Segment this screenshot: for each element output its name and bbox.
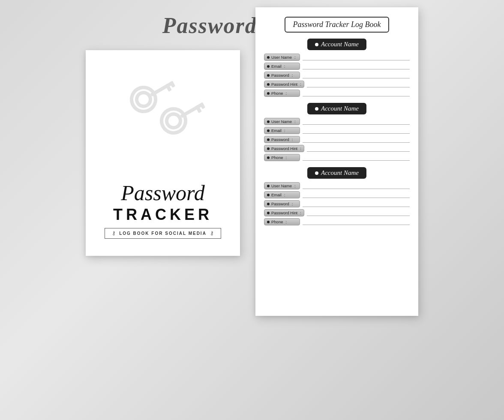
colon-3: : [292, 73, 293, 78]
colon-8: : [292, 137, 293, 142]
field-line-phone-1 [303, 90, 410, 96]
key-icon-left: ⚷ [112, 230, 116, 237]
field-label-password-1: Password : [264, 72, 300, 79]
svg-point-1 [134, 90, 153, 109]
account-section-2: Account Name User Name : Email : [264, 103, 410, 161]
field-label-password-3: Password : [264, 200, 300, 207]
field-label-username-2: User Name : [264, 118, 300, 125]
cover-tagline-box: ⚷ LOG BOOK FOR SOCIAL MEDIA ⚷ [105, 228, 221, 239]
field-text-email-3: Email [271, 192, 282, 197]
field-label-hint-3: Password Hint : [264, 209, 304, 216]
right-book-log: Password Tracker Log Book Account Name U… [255, 7, 418, 316]
field-row-password-2: Password : [264, 136, 410, 143]
field-dot-10 [267, 156, 270, 159]
field-label-phone-3: Phone : [264, 218, 300, 225]
books-container: Password TRACKER ⚷ LOG BOOK FOR SOCIAL M… [86, 50, 418, 316]
field-row-hint-2: Password Hint : [264, 145, 410, 152]
field-text-phone-3: Phone [271, 219, 283, 224]
svg-point-0 [127, 83, 160, 116]
field-line-username-2 [303, 119, 410, 125]
account-name-label-3: Account Name [321, 169, 359, 177]
field-line-email-2 [303, 128, 410, 134]
field-row-phone-1: Phone : [264, 90, 410, 97]
badge-dot-1 [315, 43, 318, 46]
field-row-username-1: User Name : [264, 54, 410, 61]
field-dot-5 [267, 92, 270, 95]
log-title-box: Password Tracker Log Book [285, 17, 390, 33]
field-label-email-3: Email : [264, 191, 300, 198]
svg-point-5 [157, 105, 190, 137]
log-title-text: Password Tracker Log Book [293, 20, 381, 29]
cover-password-text: Password [105, 181, 221, 205]
colon-10: : [285, 155, 287, 160]
account-name-label-1: Account Name [321, 41, 359, 48]
field-text-phone-2: Phone [271, 155, 283, 160]
colon-6: : [294, 119, 296, 124]
field-label-password-2: Password : [264, 136, 300, 143]
colon-2: : [284, 64, 285, 69]
cover-text-area: Password TRACKER ⚷ LOG BOOK FOR SOCIAL M… [105, 181, 221, 239]
field-text-password-2: Password [271, 137, 289, 142]
account-name-badge-2: Account Name [307, 103, 366, 114]
field-row-password-1: Password : [264, 72, 410, 79]
field-line-username-1 [303, 54, 410, 60]
field-dot-8 [267, 138, 270, 141]
field-dot-7 [267, 129, 270, 132]
field-dot-3 [267, 74, 270, 77]
colon-13: : [292, 201, 293, 206]
colon-14: : [300, 210, 301, 215]
field-dot-11 [267, 185, 270, 187]
field-line-hint-2 [307, 146, 410, 152]
badge-dot-3 [315, 171, 318, 175]
field-row-username-3: User Name : [264, 182, 410, 189]
field-row-hint-1: Password Hint : [264, 81, 410, 88]
field-text-hint-2: Password Hint [271, 146, 297, 151]
field-dot-14 [267, 212, 270, 214]
colon-5: : [285, 91, 287, 96]
field-text-username-3: User Name [271, 183, 292, 188]
field-text-hint-1: Password Hint [271, 82, 297, 87]
field-line-phone-3 [303, 219, 410, 225]
field-line-username-3 [303, 183, 410, 189]
field-label-phone-1: Phone : [264, 90, 300, 97]
field-line-email-3 [303, 192, 410, 198]
field-line-password-3 [303, 201, 410, 207]
account-name-badge-1: Account Name [307, 39, 366, 50]
badge-dot-2 [315, 107, 318, 111]
account-section-3: Account Name User Name : Email : [264, 167, 410, 225]
field-dot-12 [267, 194, 270, 196]
field-line-phone-2 [303, 155, 410, 161]
field-text-password-1: Password [271, 73, 289, 78]
fields-grid-1: User Name : Email : Pass [264, 54, 410, 97]
field-dot-15 [267, 221, 270, 223]
field-text-hint-3: Password Hint [271, 210, 297, 215]
field-text-email-2: Email [271, 128, 282, 133]
field-dot-6 [267, 120, 270, 123]
field-label-hint-2: Password Hint : [264, 145, 304, 152]
field-text-username-1: User Name [271, 55, 292, 60]
colon-11: : [294, 183, 296, 188]
field-row-phone-3: Phone : [264, 218, 410, 225]
field-line-email-1 [303, 63, 410, 69]
account-name-row-3: Account Name [264, 167, 410, 179]
field-label-username-3: User Name : [264, 182, 300, 189]
colon-1: : [294, 55, 296, 60]
field-label-phone-2: Phone : [264, 154, 300, 161]
keys-icon [120, 76, 206, 153]
field-row-email-1: Email : [264, 63, 410, 70]
field-text-phone-1: Phone [271, 91, 283, 96]
field-row-email-3: Email : [264, 191, 410, 198]
field-line-password-1 [303, 72, 410, 78]
svg-point-6 [164, 111, 183, 130]
field-dot-9 [267, 147, 270, 150]
cover-tagline-text: LOG BOOK FOR SOCIAL MEDIA [119, 231, 207, 236]
field-row-email-2: Email : [264, 127, 410, 134]
field-label-hint-1: Password Hint : [264, 81, 304, 88]
left-book-cover: Password TRACKER ⚷ LOG BOOK FOR SOCIAL M… [86, 50, 240, 256]
colon-9: : [300, 146, 301, 151]
cover-tracker-text: TRACKER [105, 206, 221, 224]
account-name-row-1: Account Name [264, 39, 410, 50]
account-name-row-2: Account Name [264, 103, 410, 114]
account-name-label-2: Account Name [321, 105, 359, 112]
field-line-password-2 [303, 137, 410, 143]
